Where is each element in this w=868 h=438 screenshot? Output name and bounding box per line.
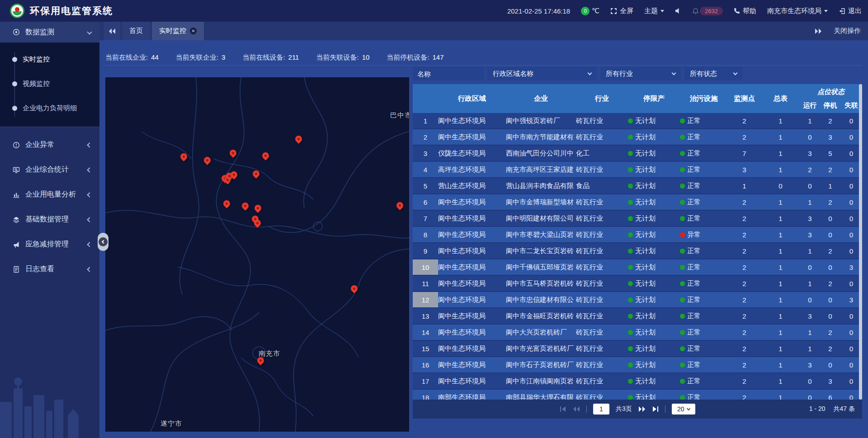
theme-dropdown[interactable]: 主题 [644, 7, 664, 15]
cell-facility: 正常 [680, 243, 727, 259]
tab-realtime-monitor[interactable]: 实时监控 ✕ [152, 22, 204, 40]
table-row[interactable]: 14 阆中生态环境局 阆中大兴页岩机砖厂 砖瓦行业 无计划 正常 2 1 1 2… [413, 325, 862, 341]
sidebar-group-emergency-reduction[interactable]: 应急减排管理 [0, 232, 99, 257]
industry-filter-select[interactable]: 所有行业 [600, 67, 681, 80]
cell-company: 阆中市二龙长宝页岩砖 [506, 243, 576, 259]
table-row[interactable]: 3 仪陇生态环境局 西南油气田分公司川中 化工 无计划 正常 7 1 3 5 0 [413, 146, 862, 162]
facility-text: 正常 [687, 214, 701, 223]
cell-facility: 正常 [680, 178, 727, 193]
help-button[interactable]: 帮助 [734, 7, 756, 15]
table-row[interactable]: 1 阆中生态环境局 阆中强锐页岩砖厂 砖瓦行业 无计划 正常 2 1 1 2 0 [413, 113, 862, 129]
table-row[interactable]: 7 阆中生态环境局 阆中明阳建材有限公司 砖瓦行业 无计划 正常 2 1 3 0… [413, 211, 862, 227]
cell-company: 阆中千佛镇五郎垭页岩 [506, 259, 576, 275]
mute-button[interactable] [675, 8, 681, 14]
cell-running: 3 [800, 357, 820, 372]
temperature: 0 ℃ [581, 7, 599, 15]
datetime: 2021-02-25 17:46:18 [507, 7, 570, 15]
facility-dot [680, 265, 685, 270]
tabs-scroll-left-button[interactable] [104, 22, 120, 40]
logout-icon [839, 8, 845, 14]
cell-region: 阆中生态环境局 [438, 357, 506, 372]
cell-running: 0 [800, 129, 820, 145]
sidebar-item-realtime-monitor[interactable]: 实时监控 [0, 47, 99, 71]
row-index: 17 [413, 373, 438, 389]
chevron-down-icon [672, 71, 676, 75]
map-panel[interactable]: 巴中市南充市遂宁市 [105, 77, 409, 432]
double-chevron-right-icon[interactable] [815, 28, 822, 34]
facility-text: 正常 [687, 377, 701, 386]
region-filter-select[interactable]: 行政区域名称 [487, 67, 597, 80]
sidebar-group-label: 企业综合统计 [25, 165, 69, 174]
limit-dot [628, 297, 633, 302]
range-label: 1 - 20 [809, 405, 826, 413]
limit-text: 无计划 [635, 361, 656, 369]
fullscreen-button[interactable]: 全屏 [610, 7, 633, 15]
speaker-icon [675, 8, 681, 14]
cell-limit: 无计划 [628, 243, 680, 259]
table-row[interactable]: 11 阆中生态环境局 阆中市五马桥页岩机砖 砖瓦行业 无计划 正常 2 1 1 … [413, 276, 862, 292]
cell-limit: 无计划 [628, 146, 680, 161]
table-row[interactable]: 10 阆中生态环境局 阆中千佛镇五郎垭页岩 砖瓦行业 无计划 正常 2 1 0 … [413, 259, 862, 276]
sidebar-group-base-data[interactable]: 基础数据管理 [0, 207, 99, 232]
cell-region: 阆中生态环境局 [438, 292, 506, 307]
sidebar-group-power-analysis[interactable]: 企业用电量分析 [0, 182, 99, 207]
cell-points: 2 [727, 341, 761, 356]
table-row[interactable]: 13 阆中生态环境局 阆中市金福旺页岩机砖 砖瓦行业 无计划 正常 2 1 3 … [413, 308, 862, 325]
double-chevron-left-icon [108, 28, 116, 34]
app-logo-icon [10, 4, 24, 18]
cell-stopped: 1 [820, 178, 840, 193]
notifications-button[interactable]: 2632 [692, 7, 723, 15]
sidebar-group-logs[interactable]: 日志查看 [0, 257, 99, 282]
table-row[interactable]: 12 阆中生态环境局 阆中市忠信建材有限公 砖瓦行业 无计划 正常 2 1 0 … [413, 292, 862, 308]
limit-text: 无计划 [635, 393, 656, 400]
limit-dot [628, 346, 633, 351]
cell-industry: 砖瓦行业 [576, 325, 628, 340]
close-operations-button[interactable]: 关闭操作 [834, 27, 861, 35]
facility-dot [680, 151, 685, 156]
cell-stopped: 2 [820, 162, 840, 177]
table-body: 1 阆中生态环境局 阆中强锐页岩砖厂 砖瓦行业 无计划 正常 2 1 1 2 0… [413, 113, 862, 400]
table-row[interactable]: 8 阆中生态环境局 阆中市枣碧大梁山页岩 砖瓦行业 无计划 异常 2 1 3 0… [413, 227, 862, 243]
sidebar-item-video-monitor[interactable]: 视频监控 [0, 71, 99, 96]
sidebar-item-power-load-detail[interactable]: 企业电力负荷明细 [0, 96, 99, 120]
table-row[interactable]: 17 阆中生态环境局 阆中市江南镇阆南页岩 砖瓦行业 无计划 正常 2 1 0 … [413, 373, 862, 390]
table-row[interactable]: 5 营山生态环境局 营山县润丰肉食品有限 食品 无计划 正常 1 0 0 1 0 [413, 178, 862, 194]
cell-industry: 砖瓦行业 [576, 341, 628, 356]
table-row[interactable]: 9 阆中生态环境局 阆中市二龙长宝页岩砖 砖瓦行业 无计划 正常 2 1 1 2… [413, 243, 862, 259]
cell-points: 3 [727, 162, 761, 177]
sidebar-group-enterprise-anomaly[interactable]: 企业异常 [0, 132, 99, 157]
logout-button[interactable]: 退出 [839, 7, 862, 15]
page-number-input[interactable] [593, 404, 609, 414]
cell-running: 0 [800, 373, 820, 389]
status-filter-select[interactable]: 所有状态 [684, 67, 742, 80]
monitor-stats-icon [13, 166, 20, 174]
cell-company: 营山县润丰肉食品有限 [506, 178, 576, 193]
table-row[interactable]: 18 南部生态环境局 南部县瑞华大理石有限 砖瓦行业 无计划 正常 2 1 0 … [413, 390, 862, 400]
facility-text: 正常 [687, 165, 701, 174]
name-filter-input[interactable] [413, 67, 484, 80]
table-row[interactable]: 2 阆中生态环境局 阆中市南方节能建材有 砖瓦行业 无计划 正常 2 1 0 3… [413, 129, 862, 146]
facility-dot [680, 330, 685, 335]
table-row[interactable]: 6 阆中生态环境局 阆中市金博瑞新型墙材 砖瓦行业 无计划 正常 2 1 1 2… [413, 194, 862, 211]
sidebar-group-data-monitoring[interactable]: 数据监测 [0, 22, 99, 42]
facility-text: 正常 [687, 393, 701, 400]
close-icon[interactable]: ✕ [190, 28, 197, 34]
layers-icon [13, 216, 20, 223]
tab-home[interactable]: 首页 [122, 22, 150, 40]
table-row[interactable]: 4 高坪生态环境局 南充市高坪区王家店建 砖瓦行业 无计划 正常 3 1 2 2… [413, 162, 862, 178]
table-row[interactable]: 16 阆中生态环境局 阆中市石子页岩机砖厂 砖瓦行业 无计划 正常 2 1 3 … [413, 357, 862, 373]
table-row[interactable]: 15 阆中生态环境局 阆中市光富页岩机砖厂 砖瓦行业 无计划 正常 2 1 1 … [413, 341, 862, 357]
next-page-button[interactable] [638, 406, 646, 412]
org-dropdown[interactable]: 南充市生态环境局 [767, 7, 828, 15]
page-size-select[interactable]: 20 [672, 404, 695, 414]
cell-limit: 无计划 [628, 259, 680, 275]
sidebar-group-enterprise-statistics[interactable]: 企业综合统计 [0, 157, 99, 182]
table-scrollbar[interactable] [859, 84, 862, 400]
last-page-button[interactable] [652, 406, 659, 412]
prev-page-button[interactable] [573, 406, 580, 412]
sidebar-group-label: 日志查看 [25, 264, 54, 274]
first-page-button[interactable] [560, 406, 566, 412]
cell-points: 2 [727, 243, 761, 259]
limit-text: 无计划 [635, 247, 656, 255]
sidebar-collapse-button[interactable] [98, 233, 108, 251]
